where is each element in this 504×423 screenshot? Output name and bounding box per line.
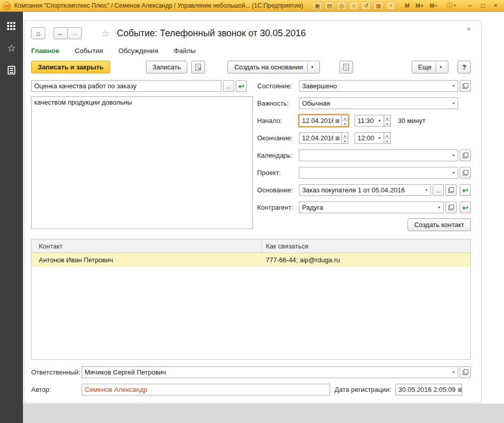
star-icon[interactable]: ☆ [349,2,359,10]
project-open-button[interactable] [460,167,471,179]
calendar-picker-icon[interactable]: ▦ [458,387,462,392]
chevron-down-icon[interactable]: ▾ [449,81,458,91]
start-time-input[interactable]: 11:30 ▾ [355,115,384,127]
state-combobox[interactable]: Завершено ▾ [299,80,458,92]
reread-button[interactable] [191,61,205,73]
preview-icon[interactable]: ◎ [337,2,346,10]
regdate-field[interactable]: 30.05.2016 2:05:09 ▦ [395,384,462,395]
state-open-button[interactable] [460,80,471,92]
menu-grid-icon[interactable] [6,20,17,32]
author-row: Автор: Семенов Александр Дата регистраци… [31,384,471,395]
responsible-combobox[interactable]: Мячиков Сергей Петрович ▾ [82,366,458,378]
clock-icon[interactable]: ◔ [386,2,395,10]
favorites-star-icon[interactable]: ☆ [6,42,17,54]
calendar-value [299,150,449,161]
chevron-down-icon[interactable]: ▾ [422,185,431,195]
history-icon[interactable] [6,64,17,76]
document-icon [343,64,349,70]
project-value [299,167,449,178]
project-combobox[interactable]: ▾ [299,167,458,179]
create-contact-button[interactable]: Создать контакт [408,218,471,231]
chevron-down-icon[interactable]: ▾ [375,133,384,143]
chevron-down-icon[interactable]: ▾ [449,98,458,109]
overlap-squares-icon [463,83,468,89]
end-time-input[interactable]: 12:00 ▾ [355,132,384,144]
chevron-down-icon[interactable]: ▾ [435,202,443,213]
spin-up-icon[interactable]: ▴ [342,115,348,120]
spin-up-icon[interactable]: ▴ [342,133,348,138]
spin-down-icon[interactable]: ▾ [342,120,348,126]
home-button[interactable]: ⌂ [31,27,45,39]
close-button[interactable]: × [490,2,501,10]
info-button[interactable]: ⓘ ▾ [445,2,458,10]
chevron-down-icon[interactable]: ▾ [375,115,384,126]
counterparty-combobox[interactable]: Радуга ▾ [299,202,444,213]
help-button[interactable]: ? [458,61,471,73]
counterparty-nav-button[interactable]: ↩ [460,202,471,213]
basis-value: Заказ покупателя 1 от 05.04.2016 [299,185,422,195]
contact-name-cell[interactable]: Антонов Иван Петрович [32,253,262,267]
spin-up-icon[interactable]: ▴ [384,133,390,138]
start-date-input[interactable]: 12.04.2016 ▦ [299,115,342,127]
chevron-down-icon[interactable]: ▾ [449,150,458,161]
forward-button[interactable]: → [67,27,82,39]
calendar-picker-icon[interactable]: ▦ [333,115,341,126]
spin-up-icon[interactable]: ▴ [384,115,390,120]
save-and-close-button[interactable]: Записать и закрыть [31,61,110,73]
start-time-stepper[interactable]: ▴ ▾ [384,115,391,127]
memory-mplus-button[interactable]: M+ [414,3,426,9]
save-button[interactable]: Записать [146,61,188,73]
favorite-toggle-icon[interactable]: ☆ [101,28,110,39]
column-header-contact[interactable]: Контакт [32,239,262,253]
form-close-icon[interactable]: × [466,24,471,33]
save-icon[interactable]: ▣ [312,2,322,10]
spin-down-icon[interactable]: ▾ [384,120,390,126]
overlap-squares-icon [463,153,468,158]
calendar-picker-icon[interactable]: ▦ [333,133,341,143]
maximize-button[interactable]: □ [477,2,488,10]
chevron-down-icon[interactable]: ▾ [449,167,458,178]
responsible-open-button[interactable] [460,366,471,378]
tab-fayly[interactable]: Файлы [173,47,195,55]
back-button[interactable]: ← [54,27,68,39]
end-date-input[interactable]: 12.04.2016 ▦ [299,132,342,144]
author-field[interactable]: Семенов Александр [82,384,330,395]
memory-m-button[interactable]: M [402,3,411,9]
importance-combobox[interactable]: Обычная ▾ [299,97,458,109]
start-date-stepper[interactable]: ▴ ▾ [342,115,348,127]
basis-nav-button[interactable]: ↩ [460,184,471,196]
subject-open-button[interactable]: ↩ [236,80,247,92]
calendar-combobox[interactable]: ▾ [299,150,458,161]
tab-obsuzhdeniya[interactable]: Обсуждения [118,47,158,55]
create-contact-row: Создать контакт [257,219,471,231]
print-icon[interactable]: ▤ [324,2,334,10]
report-button[interactable] [339,61,353,73]
app-logo-icon[interactable]: 1С [3,2,11,10]
end-date-stepper[interactable]: ▴ ▾ [342,132,348,144]
calendar-open-button[interactable] [460,150,471,161]
minimize-button[interactable]: – [465,2,475,10]
subject-input[interactable]: Оценка качества работ по заказу [31,80,221,92]
memory-mminus-button[interactable]: M− [427,3,440,9]
end-time-stepper[interactable]: ▴ ▾ [384,132,391,144]
description-textarea[interactable]: качеством продукции довольны [31,96,253,229]
create-based-on-button[interactable]: Создать на основании ▾ [228,61,320,73]
column-header-how-to-contact[interactable]: Как связаться [262,239,470,253]
table-row[interactable]: Антонов Иван Петрович 777-66-44; aip@rdu… [32,253,470,267]
counterparty-open-button[interactable] [445,202,457,213]
basis-combobox[interactable]: Заказ покупателя 1 от 05.04.2016 ▾ [299,184,431,196]
spin-down-icon[interactable]: ▾ [342,138,348,143]
history-small-icon[interactable]: ↺ [361,2,371,10]
chevron-down-icon: ▾ [454,4,456,8]
subject-ellipsis-button[interactable]: ... [223,80,234,92]
tab-sobytiya[interactable]: События [74,47,103,55]
tab-glavnoe[interactable]: Главное [31,47,59,55]
calendar-icon[interactable]: ▦ [373,2,383,10]
basis-ellipsis-button[interactable]: ... [433,184,444,196]
more-button[interactable]: Еще ▾ [412,61,448,73]
basis-open-button[interactable] [445,184,457,196]
duration-text: 30 минут [398,117,425,125]
chevron-down-icon[interactable]: ▾ [449,367,458,378]
spin-down-icon[interactable]: ▾ [384,138,390,143]
contact-info-cell[interactable]: 777-66-44; aip@rduga.ru [262,253,470,267]
